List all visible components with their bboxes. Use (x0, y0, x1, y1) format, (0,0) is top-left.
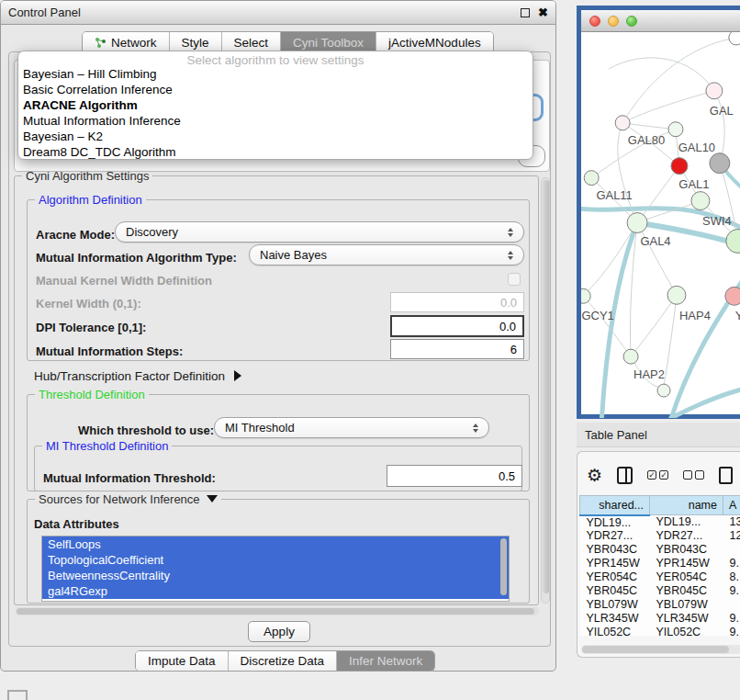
column-header[interactable]: shared... (580, 496, 650, 515)
table-panel-title: Table Panel (577, 428, 647, 442)
node-gal-partial[interactable] (706, 83, 723, 99)
mac-zoom-button[interactable] (626, 16, 637, 27)
group-title: MI Threshold Definition (42, 439, 172, 453)
data-attributes-list[interactable]: SelfLoops TopologicalCoefficient Between… (41, 536, 510, 602)
algorithm-dropdown-popup: Select algorithm to view settings Bayesi… (17, 51, 533, 160)
node-label: GCY1 (582, 309, 614, 322)
mi-algorithm-type-select[interactable]: Naive Bayes (249, 244, 524, 265)
network-window-titlebar[interactable] (581, 10, 740, 32)
node-gcy1[interactable] (581, 288, 590, 303)
popup-item-mutual-information[interactable]: Mutual Information Inference (18, 113, 533, 129)
table-panel-header[interactable]: Table Panel (577, 423, 740, 447)
which-threshold-select[interactable]: MI Threshold (214, 417, 489, 438)
node-salmon[interactable] (725, 287, 740, 305)
popup-item-bayesian-hill-climbing[interactable]: Bayesian – Hill Climbing (18, 66, 533, 82)
tab-discretize-data[interactable]: Discretize Data (229, 651, 338, 671)
node-table: shared... name A YDL19...YDL19...13 YDR2… (579, 495, 740, 636)
list-item[interactable]: SelfLoops (42, 536, 509, 552)
list-item[interactable]: BetweennessCentrality (42, 568, 509, 583)
expanded-arrow-icon (207, 495, 218, 502)
popup-prompt: Select algorithm to view settings (18, 51, 533, 66)
popup-item-bayesian-k2[interactable]: Bayesian – K2 (18, 129, 533, 144)
node-gray[interactable] (710, 153, 730, 174)
table-row[interactable]: YBL079WYBL079W (580, 598, 740, 612)
node-hap2[interactable] (623, 349, 638, 364)
mi-threshold-label: Mutual Information Threshold: (43, 471, 216, 485)
list-scrollbar[interactable] (500, 538, 507, 595)
node-unlabeled[interactable] (729, 32, 740, 45)
sources-title: Sources for Network Inference (39, 492, 200, 506)
network-canvas[interactable]: GAL GAL80 GAL10 GAL1 GAL11 SWI4 GAL4 GCY… (581, 32, 740, 418)
node-selected-red[interactable] (671, 158, 688, 175)
node-partial-bottom[interactable] (657, 384, 670, 397)
window-title: Control Panel (1, 6, 81, 19)
scrollbar-thumb[interactable] (582, 646, 729, 653)
table-row[interactable]: YBR043CYBR043C (580, 543, 740, 557)
tab-label: Style (182, 36, 209, 50)
network-icon (95, 37, 107, 49)
table-row[interactable]: YBR045CYBR045C9. (580, 584, 740, 598)
popup-item-aracne[interactable]: ARACNE Algorithm (18, 97, 533, 113)
node-gal11[interactable] (584, 171, 599, 186)
list-item[interactable]: TopologicalCoefficient (42, 552, 509, 568)
node-label: HAP4 (679, 309, 711, 322)
list-item[interactable]: gal4RGexp (42, 583, 509, 599)
column-header[interactable]: A (723, 496, 740, 515)
table-row[interactable]: YDL19...YDL19...13 (580, 515, 740, 529)
table-row[interactable]: YER054CYER054C8. (580, 570, 740, 584)
tab-label: jActiveMNodules (388, 36, 481, 50)
node-label: GAL1 (678, 177, 709, 191)
node-gal1[interactable] (691, 192, 710, 210)
mi-threshold-input[interactable] (387, 465, 522, 487)
node-gal80[interactable] (615, 116, 630, 130)
tab-label: Discretize Data (241, 654, 325, 668)
stepper-icon (473, 423, 478, 433)
mi-steps-input[interactable] (390, 339, 524, 359)
node-hap4[interactable] (667, 286, 686, 304)
table-row[interactable]: YDR27...YDR27...12 (580, 529, 740, 543)
settings-vertical-scrollbar[interactable] (541, 177, 550, 604)
close-icon[interactable]: ✖ (538, 6, 548, 18)
control-panel-window: Control Panel ✖ Network Style (0, 0, 556, 672)
column-header[interactable]: name (650, 496, 723, 515)
manual-kernel-label: Manual Kernel Width Definition (36, 274, 212, 288)
apply-button[interactable]: Apply (248, 621, 310, 642)
node-label: GAL11 (596, 188, 632, 202)
node-gal10[interactable] (668, 122, 683, 137)
node-gal4[interactable] (627, 213, 647, 233)
node-label: SWI4 (702, 214, 732, 228)
control-panel-titlebar[interactable]: Control Panel ✖ (1, 1, 555, 25)
which-threshold-label: Which threshold to use: (78, 423, 214, 437)
tab-label: Network (111, 36, 157, 50)
popup-item-dream8[interactable]: Dream8 DC_TDC Algorithm (18, 144, 533, 160)
node-swi4[interactable] (726, 229, 740, 253)
stepper-icon (508, 251, 513, 260)
settings-horizontal-scrollbar[interactable] (16, 607, 539, 615)
table-row[interactable]: YPR145WYPR145W9. (580, 557, 740, 570)
which-threshold-value: MI Threshold (225, 421, 295, 435)
node-label: GAL (710, 104, 734, 118)
table-row[interactable]: YLR345WYLR345W9. (580, 612, 740, 626)
tab-infer-network[interactable]: Infer Network (337, 651, 434, 671)
hub-section-label: Hub/Transcription Factor Definition (34, 369, 225, 383)
popup-item-basic-correlation[interactable]: Basic Correlation Inference (18, 82, 533, 97)
node-label: HAP2 (633, 367, 665, 381)
node-label: Y (735, 309, 740, 322)
aracne-mode-select[interactable]: Discovery (115, 221, 524, 243)
mac-close-button[interactable] (589, 16, 600, 27)
group-title: Threshold Definition (35, 388, 149, 401)
tab-impute-data[interactable]: Impute Data (136, 651, 229, 671)
data-attributes-label: Data Attributes (34, 517, 119, 531)
table-horizontal-scrollbar[interactable] (581, 645, 740, 654)
table-row[interactable]: YIL052CYIL052C9. (580, 626, 740, 637)
collapsed-panel-icon[interactable] (7, 690, 28, 700)
float-window-icon[interactable] (521, 8, 530, 17)
mac-minimize-button[interactable] (608, 16, 619, 27)
hub-section-toggle[interactable]: Hub/Transcription Factor Definition (34, 369, 241, 383)
manual-kernel-checkbox[interactable] (508, 273, 521, 286)
sources-toggle[interactable]: Sources for Network Inference (35, 492, 221, 506)
kernel-width-input[interactable] (390, 292, 524, 312)
scrollbar-thumb[interactable] (543, 180, 549, 593)
scrollbar-thumb[interactable] (17, 608, 534, 615)
dpi-tolerance-input[interactable] (390, 315, 524, 337)
